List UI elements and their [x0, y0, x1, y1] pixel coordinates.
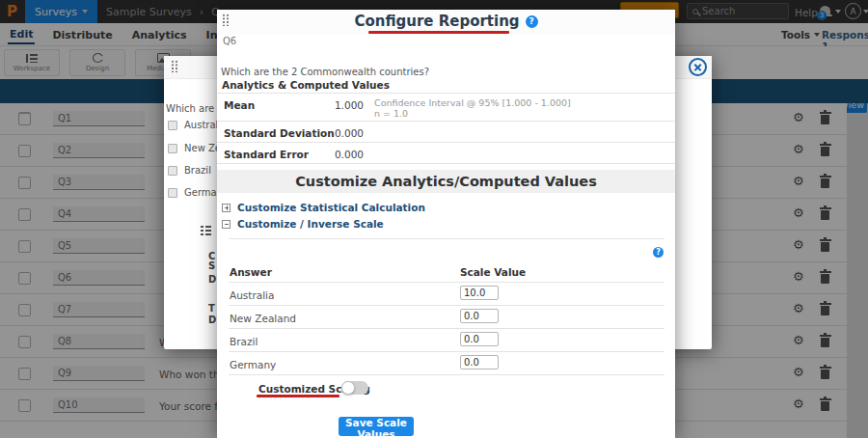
modal-title: Configure Reporting [354, 13, 519, 30]
answer-label: Germany [230, 359, 276, 370]
scale-value-input[interactable] [460, 286, 499, 300]
truncated-label: D [208, 274, 216, 285]
customized-scaling-toggle[interactable] [341, 381, 368, 395]
save-scale-values-button[interactable]: Save Scale Values [339, 417, 414, 436]
option-checkbox[interactable] [168, 166, 177, 176]
annotation-underline [257, 395, 339, 397]
scale-value-input[interactable] [460, 355, 499, 370]
truncated-label: S [208, 260, 215, 271]
collapse-minus-icon[interactable] [222, 220, 231, 229]
stat-label: Mean [224, 99, 255, 111]
stat-value: 1.000 [313, 99, 364, 111]
question-text: Which are the 2 Commonwealth countries? [221, 67, 429, 77]
expand-plus-icon[interactable] [222, 204, 231, 212]
question-code: Q6 [223, 36, 236, 46]
stat-note: n = 1.0 [374, 108, 408, 119]
annotation-underline [368, 31, 509, 34]
drag-handle-icon[interactable] [171, 60, 178, 72]
stat-value: 0.000 [313, 127, 364, 139]
customize-inverse-scale-link[interactable]: Customize / Inverse Scale [222, 218, 384, 230]
scale-value-input[interactable] [460, 309, 499, 323]
configure-reporting-modal: Configure Reporting ? Q6 Which are the 2… [217, 10, 675, 438]
toggle-knob [341, 381, 355, 395]
section-link-label: Customize Statistical Calculation [237, 202, 425, 213]
stat-label: Standard Error [224, 149, 309, 160]
table-view-icon[interactable] [201, 226, 211, 235]
option-label: Brazil [184, 165, 211, 176]
answer-label: New Zealand [230, 313, 296, 324]
truncated-label: T [208, 303, 215, 314]
stat-value: 0.000 [313, 149, 364, 160]
answer-label: Australia [230, 289, 274, 301]
option-checkbox[interactable] [168, 188, 177, 198]
customize-statistical-calculation-link[interactable]: Customize Statistical Calculation [222, 202, 425, 213]
scale-value-input[interactable] [460, 332, 499, 346]
analytics-heading: Analytics & Computed Values [222, 79, 390, 91]
answer-label: Brazil [230, 336, 258, 347]
section-link-label: Customize / Inverse Scale [237, 218, 384, 230]
help-icon[interactable]: ? [653, 247, 664, 258]
scale-value-column-header: Scale Value [460, 266, 526, 278]
answer-column-header: Answer [230, 266, 272, 278]
truncated-label: D [208, 315, 216, 325]
stat-note: Confidence Interval @ 95% [1.000 - 1.000… [374, 97, 571, 108]
option-checkbox[interactable] [168, 144, 177, 153]
answer-option: Brazil [168, 165, 211, 176]
option-checkbox[interactable] [168, 121, 177, 130]
help-icon[interactable]: ? [526, 15, 538, 28]
modal-title-area: Configure Reporting ? [217, 13, 675, 34]
close-icon[interactable] [689, 58, 707, 76]
customize-section-heading: Customize Analytics/Computed Values [217, 170, 675, 193]
